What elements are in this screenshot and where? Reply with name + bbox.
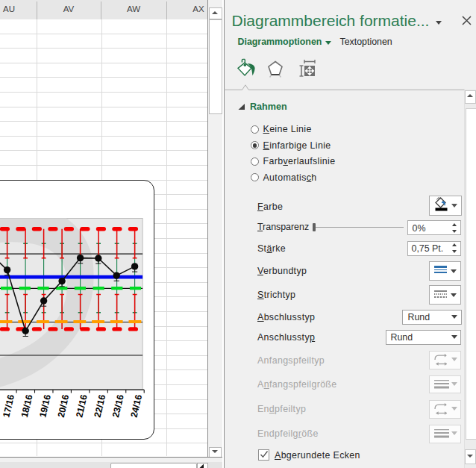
svg-text:19/16: 19/16 <box>37 393 53 418</box>
svg-text:21/16: 21/16 <box>74 393 90 418</box>
svg-text:20/16: 20/16 <box>56 393 72 418</box>
svg-text:18/16: 18/16 <box>19 393 35 418</box>
svg-text:22/16: 22/16 <box>93 393 108 418</box>
svg-text:17/16: 17/16 <box>1 393 16 418</box>
svg-text:23/16: 23/16 <box>110 393 126 418</box>
svg-text:24/16: 24/16 <box>129 393 145 418</box>
